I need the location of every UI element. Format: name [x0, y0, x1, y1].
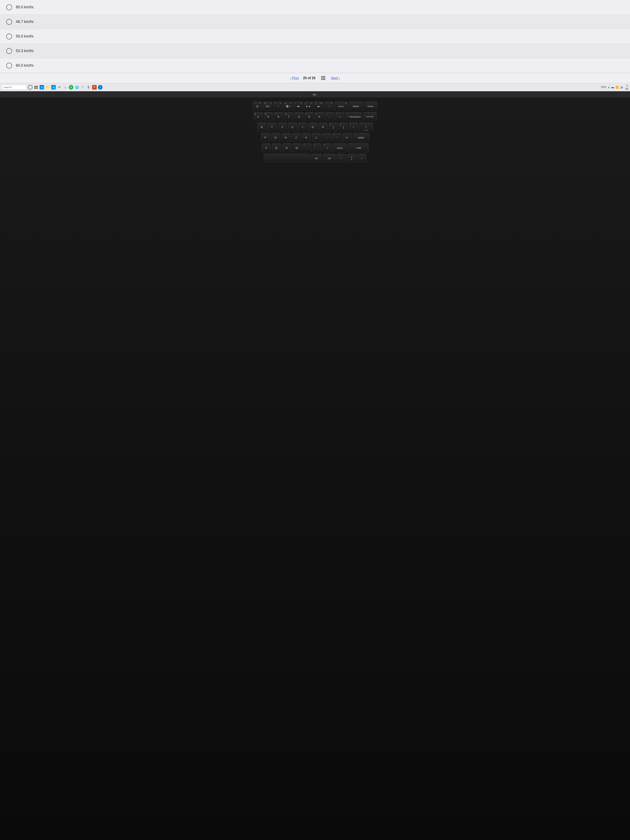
key-6[interactable]: ^6	[274, 112, 283, 121]
key-question[interactable]: ?/	[323, 143, 332, 153]
page-info: 25 of 25	[303, 76, 316, 80]
key-f5[interactable]: f5%4⊙	[263, 102, 272, 111]
key-f6[interactable]: f6^←	[273, 102, 283, 111]
key-f4[interactable]: f4"⊡	[253, 102, 262, 111]
key-n[interactable]: N	[282, 143, 291, 153]
task-view-icon[interactable]	[34, 85, 38, 90]
radio-button-1[interactable]	[6, 5, 12, 10]
wifi-icon: 📶	[616, 86, 619, 89]
answer-option-5[interactable]: 60.0 km/hr.	[0, 58, 630, 73]
key-f[interactable]: F	[261, 133, 270, 142]
hp-logo: hp	[312, 92, 318, 96]
key-f8[interactable]: f8*⏮	[294, 102, 303, 111]
key-pause[interactable]: pause	[333, 143, 347, 153]
folder-icon[interactable]: 📁	[46, 85, 50, 90]
search-input[interactable]	[2, 85, 27, 90]
key-h[interactable]: H	[281, 133, 291, 142]
key-4[interactable]: $4	[254, 112, 263, 121]
time-display: 3:	[625, 84, 628, 87]
answer-option-3[interactable]: 50.0 km/hr.	[0, 29, 630, 44]
help-icon[interactable]: ?	[98, 85, 103, 90]
key-semicolon[interactable]: :;	[322, 133, 331, 142]
key-f11[interactable]: f11→	[324, 102, 333, 111]
key-period[interactable]: >.	[313, 143, 322, 153]
answer-text-2: 46.7 km/hr.	[16, 20, 35, 24]
key-r[interactable]: R	[257, 123, 267, 132]
key-8[interactable]: *8	[294, 112, 303, 121]
key-prtsc[interactable]: insprt sc	[335, 102, 348, 111]
key-rbracket[interactable]: }]	[339, 123, 348, 132]
key-left[interactable]: ←	[337, 154, 346, 163]
browser-icon[interactable]: 🌐	[74, 85, 79, 90]
radio-button-4[interactable]	[6, 48, 12, 54]
answer-option-1[interactable]: 80.0 km/hr.	[0, 0, 630, 14]
key-u[interactable]: U	[288, 123, 297, 132]
key-l[interactable]: L	[312, 133, 321, 142]
key-equals[interactable]: +=	[335, 112, 344, 121]
key-k[interactable]: K	[302, 133, 311, 142]
chevron-up-icon[interactable]: ∧	[608, 86, 610, 89]
key-7[interactable]: &7	[284, 112, 293, 121]
mail-icon[interactable]: ✉	[57, 85, 62, 90]
answer-option-2[interactable]: 46.7 km/hr.	[0, 14, 630, 29]
system-tray: 75°F ∧ ▬ 📶 🔊 3: 10/	[601, 84, 628, 90]
radio-button-5[interactable]	[6, 63, 12, 68]
key-home[interactable]: home	[364, 102, 377, 111]
key-backslash[interactable]: |\	[349, 123, 358, 132]
chrome-icon[interactable]	[86, 85, 91, 90]
svg-point-5	[88, 87, 89, 88]
key-y[interactable]: Y	[278, 123, 287, 132]
key-9[interactable]: (9	[305, 112, 314, 121]
key-p[interactable]: P	[319, 123, 328, 132]
radio-button-3[interactable]	[6, 33, 12, 39]
teams-icon[interactable]: T	[81, 85, 85, 90]
key-t[interactable]: T	[267, 123, 277, 132]
key-comma[interactable]: <,	[303, 143, 312, 153]
key-backspace[interactable]: ← backspace	[346, 112, 362, 121]
volume-icon[interactable]: 🔊	[621, 86, 624, 89]
key-lbracket[interactable]: {[	[329, 123, 338, 132]
temperature-display: 75°F	[601, 86, 606, 89]
key-minus[interactable]: _-	[325, 112, 334, 121]
key-ctrl[interactable]: ctrl	[323, 154, 336, 163]
key-up-down[interactable]: ∧ ∨	[347, 154, 356, 163]
key-f7[interactable]: f7&🔇+	[284, 102, 293, 111]
key-f9[interactable]: f9(⏵⏵	[304, 102, 313, 111]
date-display: 10/	[625, 87, 628, 90]
key-i[interactable]: I	[298, 123, 307, 132]
key-spacebar[interactable]	[264, 154, 309, 163]
key-b[interactable]: B	[272, 143, 281, 153]
key-5[interactable]: %5	[264, 112, 273, 121]
key-quote[interactable]: "'	[332, 133, 341, 142]
dropbox-icon[interactable]: ◇	[63, 85, 68, 90]
key-v[interactable]: V	[262, 143, 271, 153]
key-m[interactable]: M	[292, 143, 302, 153]
key-right[interactable]: →	[357, 154, 366, 163]
radio-button-2[interactable]	[6, 19, 12, 25]
store-icon[interactable]: 🛍	[51, 85, 56, 90]
key-return-arrow[interactable]: ↵	[343, 133, 352, 142]
key-alt[interactable]: alt	[311, 154, 322, 163]
key-row-numbers: $4 %5 ^6 &7 *8 (9 )0 _- += ← backspace n…	[232, 112, 398, 121]
powerpoint-icon[interactable]: P	[92, 85, 97, 90]
answer-option-4[interactable]: 53.3 km/hr.	[0, 44, 630, 58]
start-circle[interactable]	[28, 85, 33, 90]
key-j[interactable]: J	[292, 133, 301, 142]
quiz-content: 80.0 km/hr. 46.7 km/hr. 50.0 km/hr. 53.3…	[0, 0, 630, 73]
key-7-num[interactable]: 7home	[359, 123, 373, 132]
key-numlock[interactable]: num lock	[363, 112, 377, 121]
key-g[interactable]: G	[271, 133, 280, 142]
key-row-qwerty: R T Y U I O P {[ }] |\ 7home	[232, 123, 398, 132]
prev-button[interactable]: ‹ Prev	[290, 76, 299, 80]
answer-text-5: 60.0 km/hr.	[16, 63, 35, 68]
key-enter[interactable]: enter	[353, 133, 369, 142]
next-button[interactable]: Next ›	[331, 76, 340, 80]
edge-icon[interactable]: e	[39, 85, 44, 90]
key-f10[interactable]: f10)⏭	[314, 102, 323, 111]
svg-rect-0	[35, 86, 36, 87]
key-o[interactable]: O	[308, 123, 317, 132]
spotify-icon[interactable]: S	[69, 85, 73, 90]
key-delete[interactable]: delete	[349, 102, 363, 111]
key-0[interactable]: )0	[315, 112, 324, 121]
key-shift-right[interactable]: ↑ shift	[348, 143, 368, 153]
